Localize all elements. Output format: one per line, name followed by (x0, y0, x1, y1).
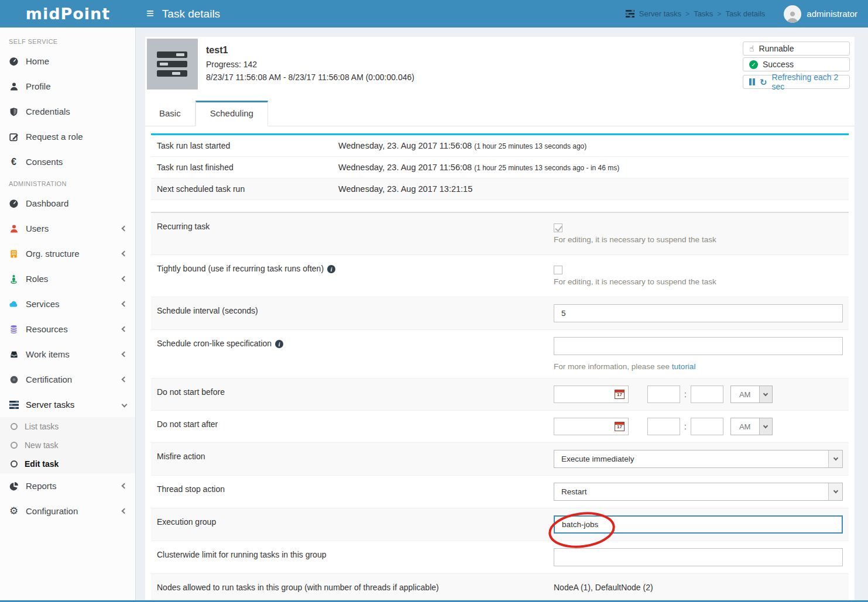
chevron-left-icon (122, 276, 128, 282)
info-icon[interactable] (327, 265, 335, 273)
page-title: Task details (162, 8, 220, 20)
recurring-task-checkbox[interactable] (554, 223, 562, 232)
chevron-down-icon (763, 391, 768, 395)
sidebar-item-home[interactable]: Home (0, 49, 135, 74)
runnable-status-button[interactable]: ☝ Runnable (743, 42, 850, 56)
cloud-icon (9, 299, 19, 309)
field-label: Recurring task (157, 220, 554, 244)
field-label: Misfire action (157, 450, 554, 468)
sidebar-item-label: Configuration (26, 506, 115, 516)
schedule-interval-input[interactable] (554, 304, 843, 322)
chevron-down-icon (833, 456, 838, 460)
sidebar-item-profile[interactable]: Profile (0, 74, 135, 99)
misfire-action-select[interactable]: Execute immediately (554, 450, 843, 468)
tightly-bound-checkbox[interactable] (554, 266, 562, 274)
sidebar-item-server-tasks[interactable]: Server tasks (0, 392, 135, 417)
sidebar-item-request-a-role[interactable]: Request a role (0, 124, 135, 149)
chevron-left-icon (122, 301, 128, 307)
cron-specification-input[interactable] (554, 337, 843, 355)
status-column: ☝ Runnable ✓ Success ↻ Refreshing each 2… (743, 42, 850, 91)
field-label: Do not start before (157, 386, 554, 403)
inbox-icon (9, 349, 19, 359)
task-timespan: 8/23/17 11:56:08 AM - 8/23/17 11:56:08 A… (206, 73, 414, 82)
form-row-do-not-start-before: Do not start before : AM (151, 379, 849, 411)
tab-bar: Basic Scheduling (145, 101, 855, 126)
sidebar-item-org-structure[interactable]: Org. structure (0, 241, 135, 266)
task-name: test1 (206, 45, 414, 56)
seal-icon (9, 374, 19, 384)
pause-icon (749, 78, 755, 85)
calendar-icon[interactable] (615, 390, 625, 399)
check-circle-icon: ✓ (749, 60, 758, 69)
minutes-after-input[interactable] (691, 418, 723, 435)
sidebar-item-label: Request a role (26, 132, 126, 142)
field-label: Nodes allowed to run tasks in this group… (157, 581, 554, 592)
select-arrow-box (828, 450, 842, 467)
sidebar-section-administration: ADMINISTRATION (0, 174, 135, 191)
sidebar-item-consents[interactable]: € Consents (0, 149, 135, 174)
select-arrow-box (759, 418, 772, 435)
hours-after-input[interactable] (647, 418, 680, 435)
scheduling-form: Recurring task For editing, it is necess… (151, 212, 849, 600)
brand-logo[interactable]: midPoint (0, 0, 136, 27)
tab-basic[interactable]: Basic (145, 101, 195, 126)
user-name: administrator (807, 9, 857, 19)
sidebar-item-credentials[interactable]: Credentials (0, 99, 135, 124)
form-row-schedule-interval: Schedule interval (seconds) (151, 297, 849, 330)
circle-icon (11, 423, 18, 430)
sidebar-item-configuration[interactable]: ⚙ Configuration (0, 498, 135, 524)
breadcrumb-item-tasks[interactable]: Tasks (694, 9, 713, 18)
sidebar-item-services[interactable]: Services (0, 291, 135, 317)
user-menu[interactable]: administrator (784, 5, 857, 23)
ampm-before-select[interactable]: AM (730, 386, 773, 403)
sidebar-item-users[interactable]: Users (0, 216, 135, 241)
field-label: Thread stop action (157, 483, 554, 501)
building-icon (9, 249, 19, 259)
refresh-toggle-button[interactable]: ↻ Refreshing each 2 sec (743, 75, 850, 89)
field-label: Clusterwide limit for running tasks in t… (157, 548, 554, 566)
sidebar-item-resources[interactable]: Resources (0, 317, 135, 342)
sidebar-item-certification[interactable]: Certification (0, 367, 135, 392)
chevron-left-icon (122, 377, 128, 383)
sidebar-item-roles[interactable]: Roles (0, 266, 135, 291)
sidebar-item-dashboard[interactable]: Dashboard (0, 191, 135, 216)
sidebar-item-label: Credentials (26, 106, 126, 116)
gauge-icon (9, 56, 19, 66)
sidebar-item-edit-task[interactable]: Edit task (0, 455, 135, 473)
shield-icon (9, 106, 19, 116)
table-row: Next scheduled task run Wednesday, 23. A… (151, 178, 849, 200)
thread-stop-action-value: Restart (561, 487, 587, 496)
minutes-before-input[interactable] (691, 386, 723, 403)
hamburger-menu-icon[interactable]: ≡ (146, 7, 154, 20)
calendar-icon[interactable] (615, 422, 625, 431)
ampm-after-select[interactable]: AM (730, 418, 773, 435)
sidebar-item-new-task[interactable]: New task (0, 436, 135, 455)
table-row: Task run last finished Wednesday, 23. Au… (151, 157, 849, 178)
execution-group-input[interactable] (554, 515, 843, 534)
clusterwide-limit-input[interactable] (554, 548, 843, 566)
tutorial-link[interactable]: tutorial (672, 362, 696, 371)
time-separator: : (684, 390, 687, 399)
thread-stop-action-select[interactable]: Restart (554, 483, 843, 501)
hand-pointer-icon: ☝ (749, 44, 754, 53)
refresh-label: Refreshing each 2 sec (772, 73, 843, 91)
sidebar-item-work-items[interactable]: Work items (0, 342, 135, 367)
date-before-input[interactable] (554, 386, 629, 403)
hours-before-input[interactable] (647, 386, 680, 403)
form-row-recurring-task: Recurring task For editing, it is necess… (151, 213, 849, 255)
task-bars-icon (625, 9, 635, 19)
sidebar-item-reports[interactable]: Reports (0, 473, 135, 498)
sidebar-item-list-tasks[interactable]: List tasks (0, 417, 135, 436)
sidebar-item-label: Edit task (25, 459, 59, 469)
breadcrumb: Server tasks > Tasks > Task details (625, 9, 765, 19)
server-tasks-submenu: List tasks New task Edit task (0, 417, 135, 473)
form-row-do-not-start-after: Do not start after : AM (151, 411, 849, 443)
chevron-down-icon (833, 489, 838, 493)
date-after-input[interactable] (554, 418, 629, 435)
breadcrumb-item-server-tasks[interactable]: Server tasks (639, 9, 681, 18)
tab-scheduling[interactable]: Scheduling (195, 101, 268, 126)
success-status-button[interactable]: ✓ Success (743, 57, 850, 71)
ampm-value: AM (739, 422, 751, 431)
info-icon[interactable] (275, 340, 283, 348)
info-value: Wednesday, 23. Aug 2017 11:56:08 (338, 141, 472, 150)
